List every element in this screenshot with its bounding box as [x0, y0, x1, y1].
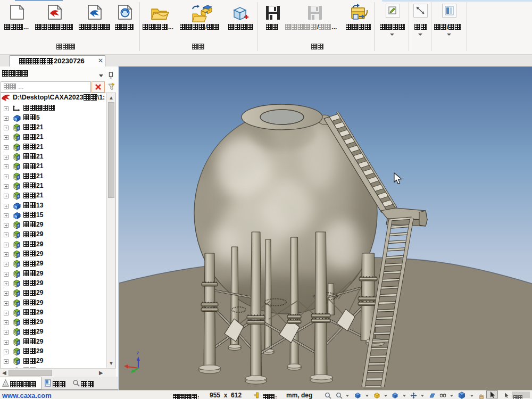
svg-text:z: z: [137, 350, 139, 355]
